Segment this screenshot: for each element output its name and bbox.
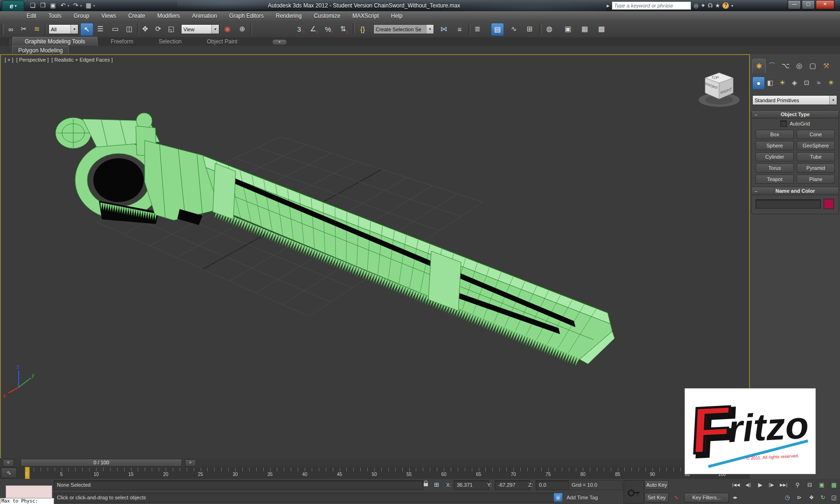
window-crossing-icon[interactable]: ◫	[123, 23, 135, 35]
rectangular-selection-region-icon[interactable]: ▭	[109, 23, 121, 35]
select-and-rotate-icon[interactable]: ⟳	[152, 23, 164, 35]
mini-curve-editor-button[interactable]: ∿	[1, 468, 17, 478]
menu-group[interactable]: Group	[68, 13, 95, 19]
menu-views[interactable]: Views	[95, 13, 122, 19]
close-button[interactable]: ✕	[816, 0, 834, 9]
subscription-key-icon[interactable]: ✦	[701, 2, 706, 9]
project-toolbar-button[interactable]: ▦	[84, 1, 92, 10]
zoom-icon[interactable]: ⚲	[792, 480, 803, 490]
macro-recorder-pane[interactable]	[6, 485, 52, 498]
category-shapes[interactable]: ◧	[764, 77, 776, 89]
menu-create[interactable]: Create	[122, 13, 151, 19]
sphere-button[interactable]: Sphere	[756, 141, 794, 150]
select-and-manipulate-icon[interactable]: ⊕	[236, 23, 248, 35]
tube-button[interactable]: Tube	[797, 152, 835, 161]
tab-create[interactable]: ✱	[752, 59, 766, 73]
viewport-pov-label[interactable]: [ Perspective ]	[16, 57, 49, 63]
open-file-button[interactable]: ❒	[39, 1, 47, 10]
menu-tools[interactable]: Tools	[42, 13, 68, 19]
viewport-shading-label[interactable]: [ Realistic + Edged Faces ]	[51, 57, 112, 63]
tab-freeform[interactable]: Freeform	[98, 37, 146, 46]
autogrid-checkbox[interactable]	[780, 120, 787, 127]
category-systems[interactable]: ✳	[825, 77, 837, 89]
go-to-start-icon[interactable]: |◀◀	[731, 480, 741, 490]
save-file-button[interactable]: ▣	[49, 1, 56, 10]
cone-button[interactable]: Cone	[797, 130, 835, 139]
layer-manager-icon[interactable]: ≣	[471, 23, 483, 35]
auto-key-button[interactable]: Auto Key	[644, 480, 669, 490]
maximize-viewport-toggle-icon[interactable]: ◲	[829, 492, 839, 502]
category-lights[interactable]: ☀	[777, 77, 788, 89]
reference-coordinate-dropdown[interactable]: View ▾	[181, 24, 219, 34]
redo-dropdown-icon[interactable]: ▾	[80, 4, 82, 8]
geosphere-button[interactable]: GeoSphere	[797, 141, 835, 150]
render-production-icon[interactable]: ▩	[595, 23, 608, 35]
time-configuration-icon[interactable]: ◷	[782, 492, 792, 502]
zoom-extents-all-icon[interactable]: ▦	[829, 480, 839, 490]
search-icon[interactable]: ◎	[693, 2, 698, 9]
named-selection-dropdown[interactable]: Create Selection Se ▾	[373, 24, 434, 34]
percent-snap-icon[interactable]: %∩	[322, 23, 334, 35]
viewport-menu-plus[interactable]: [ + ]	[5, 57, 14, 63]
application-menu-button[interactable]: e▾	[2, 0, 24, 12]
curve-editor-icon[interactable]: ∿	[508, 23, 520, 35]
select-and-move-icon[interactable]: ✥	[139, 23, 151, 35]
select-by-name-icon[interactable]: ☰	[94, 23, 106, 35]
mirror-icon[interactable]: ⋈	[438, 23, 450, 35]
infocenter-arrow-icon[interactable]: ▸	[607, 2, 609, 9]
ribbon-minimize-pill[interactable]: ▾	[272, 39, 287, 45]
angle-snap-icon[interactable]: ∠∩	[307, 23, 319, 35]
tab-object-paint[interactable]: Object Paint	[195, 37, 249, 46]
category-helpers[interactable]: ⊡	[801, 77, 812, 89]
tab-modify[interactable]: ⌒	[766, 59, 778, 73]
select-and-scale-icon[interactable]: ◱	[165, 23, 177, 35]
x-coord-field[interactable]: 36.371	[454, 480, 489, 490]
object-category-dropdown[interactable]: Standard Primitives ▾	[752, 95, 837, 105]
menu-edit[interactable]: Edit	[21, 13, 42, 19]
snaps-toggle-icon[interactable]: 3∩	[293, 23, 305, 35]
tab-polygon-modeling[interactable]: Polygon Modeling	[12, 46, 69, 55]
rendered-frame-window-icon[interactable]: ▦	[579, 23, 591, 35]
named-selection-sets-icon[interactable]: {}	[357, 23, 369, 35]
zoom-all-icon[interactable]: ⊟	[805, 480, 815, 490]
next-frame-arrow[interactable]: >	[185, 459, 196, 467]
set-key-curve-icon[interactable]: ∿	[671, 492, 681, 502]
tab-motion[interactable]: ◎	[793, 59, 805, 73]
toggle-set-key-mode-button[interactable]	[623, 480, 644, 504]
pan-view-icon[interactable]: ❖	[806, 492, 817, 502]
previous-frame-icon[interactable]: ◀||	[743, 480, 753, 490]
project-dropdown-icon[interactable]: ▾	[93, 4, 95, 8]
field-of-view-icon[interactable]: ⊳	[794, 492, 805, 502]
menu-maxscript[interactable]: MAXScript	[346, 13, 385, 19]
material-editor-icon[interactable]: ◍	[543, 23, 555, 35]
tab-utilities[interactable]: ⚒	[820, 59, 833, 73]
graphite-ribbon-toggle-icon[interactable]: ▤	[491, 23, 504, 36]
z-coord-field[interactable]: 0.0	[536, 480, 569, 490]
toolbar-grip[interactable]	[1, 23, 4, 35]
unlink-selection-icon[interactable]: ✂	[18, 23, 30, 35]
undo-dropdown-icon[interactable]: ▾	[68, 4, 70, 8]
set-key-button[interactable]: Set Key	[644, 493, 669, 503]
absolute-mode-icon[interactable]: ⊞	[434, 481, 439, 488]
selection-lock-icon[interactable]	[424, 483, 428, 486]
redo-button[interactable]: ↷	[72, 1, 79, 10]
viewcube[interactable]: TOP FRONT RIGHT	[695, 65, 743, 112]
plane-button[interactable]: Plane	[797, 175, 835, 184]
torus-button[interactable]: Torus	[756, 163, 794, 173]
perspective-viewport[interactable]: z y x [ + ] [ Perspective ] [ Realistic …	[0, 54, 750, 460]
undo-button[interactable]: ↶	[60, 1, 67, 10]
category-space-warps[interactable]: ≈	[813, 77, 825, 89]
tab-graphite-modeling-tools[interactable]: Graphite Modeling Tools	[12, 37, 98, 46]
maxscript-listener-pane[interactable]: Max to Physc:	[0, 498, 54, 504]
align-icon[interactable]: ≡	[454, 23, 466, 35]
y-coord-field[interactable]: -67.297	[495, 480, 530, 490]
zoom-extents-icon[interactable]: ▣	[817, 480, 827, 490]
bind-to-space-warp-icon[interactable]: ≋	[31, 23, 43, 35]
key-filters-button[interactable]: Key Filters...	[684, 493, 729, 503]
tab-display[interactable]: ▢	[806, 59, 819, 73]
restore-button[interactable]: ▢	[802, 0, 815, 9]
next-frame-icon[interactable]: ||▶	[766, 480, 777, 490]
menu-customize[interactable]: Customize	[308, 13, 346, 19]
minimize-button[interactable]: —	[788, 0, 801, 9]
tab-hierarchy[interactable]: ⌥	[779, 59, 792, 73]
